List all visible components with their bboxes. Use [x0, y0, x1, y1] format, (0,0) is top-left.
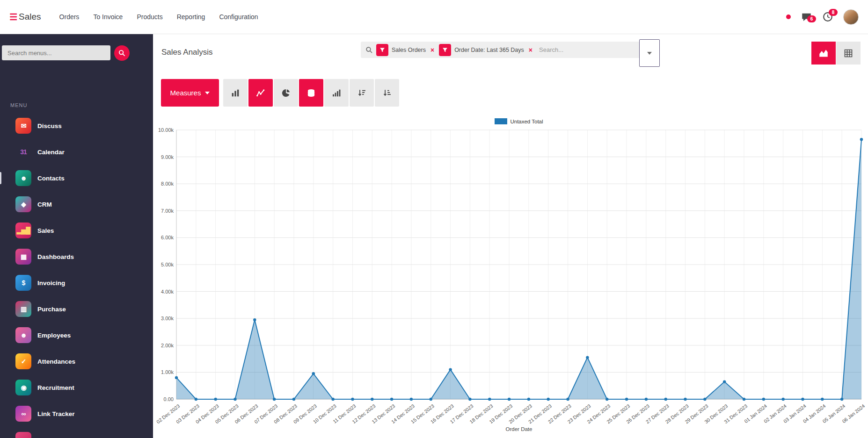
sidebar-search-button[interactable] [114, 45, 130, 61]
app-icon [15, 432, 31, 438]
stacked-icon [307, 89, 315, 97]
measures-label: Measures [170, 89, 201, 97]
sidebar-menu-list: ✉ Discuss 31 Calendar ☻ Contacts ◆ CRM ▂… [0, 113, 153, 438]
app-switcher[interactable]: ☰ Sales [9, 12, 41, 22]
app-icon: ▂▅█ [15, 223, 31, 238]
sort-ascending-button[interactable] [375, 79, 399, 107]
app-icon: ☻ [15, 327, 31, 343]
sidebar-item-label: Discuss [37, 122, 62, 129]
sidebar: MENU ✉ Discuss 31 Calendar ☻ Contacts ◆ … [0, 34, 153, 438]
app-icon: ☻ [15, 170, 31, 186]
sidebar-item-dashboards[interactable]: ▦ Dashboards [0, 244, 153, 270]
sidebar-item-label: CRM [37, 201, 52, 208]
sidebar-item-employees[interactable]: ☻ Employees [0, 322, 153, 348]
app-icon: ✉ [15, 118, 31, 134]
pie-chart-icon [282, 89, 290, 97]
svg-text:7.00k: 7.00k [161, 208, 174, 214]
app-icon: ∞ [15, 406, 31, 422]
svg-text:1.00k: 1.00k [161, 369, 174, 375]
sort-ascending-icon [383, 89, 391, 97]
measures-button[interactable]: Measures [161, 79, 219, 107]
app-icon: ◆ [15, 196, 31, 212]
sidebar-item-calendar[interactable]: 31 Calendar [0, 139, 153, 165]
activities-badge: 8 [829, 9, 838, 16]
app-icon: ▦ [15, 249, 31, 265]
sidebar-item-label: Sales [37, 227, 54, 234]
pivot-view-button[interactable] [836, 42, 861, 65]
sort-descending-icon [357, 89, 366, 97]
remove-facet-icon[interactable]: × [429, 46, 436, 54]
sidebar-item-contacts[interactable]: ☻ Contacts [0, 165, 153, 191]
sidebar-item-crm[interactable]: ◆ CRM [0, 191, 153, 217]
svg-text:0.00: 0.00 [164, 396, 174, 402]
filter-funnel-icon[interactable] [376, 44, 388, 56]
area-chart-view-button[interactable] [811, 42, 836, 65]
area-chart-icon [819, 49, 828, 58]
svg-text:5.00k: 5.00k [161, 262, 174, 267]
chart-area: 0.001.00k2.00k3.00k4.00k5.00k6.00k7.00k8… [155, 126, 868, 438]
topbar-menu-products[interactable]: Products [131, 9, 168, 25]
topbar-menus: Orders To Invoice Products Reporting Con… [53, 9, 264, 25]
sidebar-item-invoicing[interactable]: $ Invoicing [0, 270, 153, 296]
chevron-down-icon [205, 92, 210, 94]
sidebar-item-label: Recruitment [37, 384, 74, 391]
svg-text:8.00k: 8.00k [161, 181, 174, 187]
search-icon [365, 46, 373, 54]
app-icon: ✓ [15, 353, 31, 369]
cumulative-button[interactable] [324, 79, 349, 107]
messages-icon[interactable]: 6 [800, 11, 812, 23]
svg-text:4.00k: 4.00k [161, 289, 174, 294]
hamburger-menu-icon[interactable]: ☰ [9, 13, 17, 22]
sales-analysis-line-chart[interactable]: 0.001.00k2.00k3.00k4.00k5.00k6.00k7.00k8… [155, 126, 868, 438]
facet-sales-orders: Sales Orders [392, 47, 426, 53]
bar-chart-icon [231, 89, 240, 97]
sidebar-item-purchase[interactable]: ▥ Purchase [0, 296, 153, 322]
sidebar-item-attendances[interactable]: ✓ Attendances [0, 348, 153, 374]
stacked-button[interactable] [299, 79, 323, 107]
line-chart-button[interactable] [248, 79, 273, 107]
search-icon [118, 50, 125, 57]
main-content: Sales Analysis Sales Orders × Order Date… [153, 34, 868, 438]
topbar-menu-reporting[interactable]: Reporting [171, 9, 212, 25]
sidebar-item-recruitment[interactable]: ◉ Recruitment [0, 374, 153, 401]
legend-label: Untaxed Total [510, 119, 543, 124]
chart-legend: Untaxed Total [176, 118, 861, 126]
sidebar-search [2, 45, 153, 61]
activities-icon[interactable]: 8 [822, 11, 834, 23]
remove-facet-icon[interactable]: × [527, 46, 534, 54]
svg-text:6.00k: 6.00k [161, 235, 174, 240]
sidebar-item-label: Dashboards [37, 253, 74, 260]
sidebar-item-link-tracker[interactable]: ∞ Link Tracker [0, 401, 153, 427]
sales-analysis-screen: ☰ Sales Orders To Invoice Products Repor… [0, 0, 868, 438]
sidebar-item-label: Employees [37, 332, 71, 339]
search-options-toggle[interactable] [639, 39, 660, 67]
search-input[interactable]: Search... [539, 46, 563, 53]
topbar-menu-to-invoice[interactable]: To Invoice [87, 9, 129, 25]
pie-chart-button[interactable] [274, 79, 298, 107]
sidebar-item-discuss[interactable]: ✉ Discuss [0, 113, 153, 139]
topbar-menu-orders[interactable]: Orders [53, 9, 86, 25]
search-bar[interactable]: Sales Orders × Order Date: Last 365 Days… [361, 42, 642, 58]
svg-text:9.00k: 9.00k [161, 154, 174, 160]
app-icon: ◉ [15, 380, 31, 395]
filter-funnel-icon[interactable] [439, 44, 451, 56]
sidebar-item-sales[interactable]: ▂▅█ Sales [0, 217, 153, 244]
bar-chart-button[interactable] [223, 79, 248, 107]
app-icon: 31 [15, 144, 31, 160]
topbar: ☰ Sales Orders To Invoice Products Repor… [0, 0, 868, 34]
sidebar-item-label: Invoicing [37, 280, 65, 287]
topbar-systray: 6 8 [786, 9, 859, 25]
line-chart-icon [256, 89, 265, 97]
sort-descending-button[interactable] [350, 79, 374, 107]
topbar-menu-configuration[interactable]: Configuration [213, 9, 264, 25]
chevron-down-icon [647, 52, 652, 55]
svg-text:2.00k: 2.00k [161, 343, 174, 348]
app-icon: $ [15, 275, 31, 291]
sidebar-item-label: Contacts [37, 175, 65, 182]
messages-badge: 6 [807, 15, 816, 22]
user-avatar[interactable] [843, 9, 859, 25]
sidebar-item-partial[interactable] [0, 427, 153, 438]
pivot-icon [844, 49, 853, 58]
sidebar-item-label: Purchase [37, 306, 66, 313]
sidebar-search-input[interactable] [2, 45, 110, 60]
